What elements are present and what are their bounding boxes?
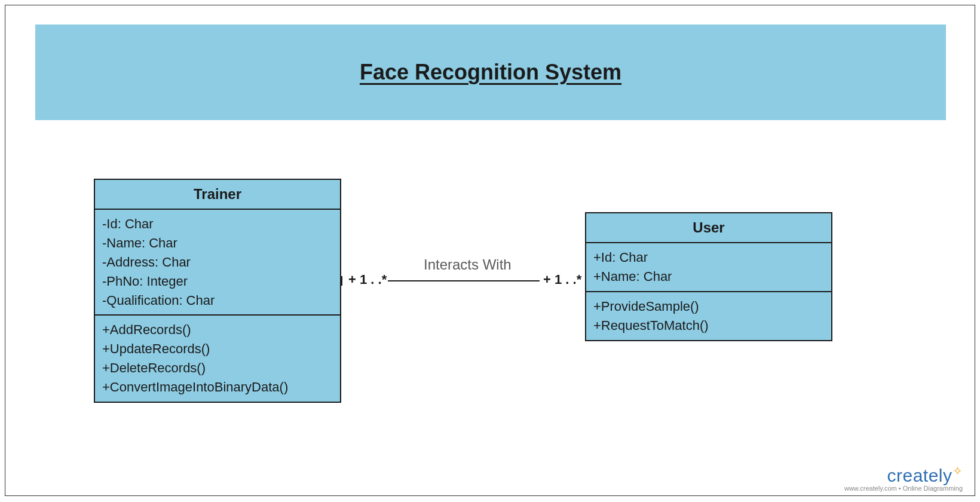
attr-row: +Name: Char xyxy=(593,267,824,286)
attr-row: -Address: Char xyxy=(102,253,333,272)
title-banner: Face Recognition System xyxy=(35,25,946,120)
class-trainer: Trainer -Id: Char -Name: Char -Address: … xyxy=(94,179,341,403)
attr-row: -Name: Char xyxy=(102,234,333,253)
method-row: +ConvertImageIntoBinaryData() xyxy=(102,378,333,397)
method-row: +ProvideSample() xyxy=(593,297,824,316)
class-user-methods: +ProvideSample() +RequestToMatch() xyxy=(586,291,831,340)
attr-row: +Id: Char xyxy=(593,248,824,267)
attr-row: -Qualification: Char xyxy=(102,291,333,310)
class-user-name: User xyxy=(586,213,831,243)
method-row: +UpdateRecords() xyxy=(102,339,333,359)
method-row: +AddRecords() xyxy=(102,320,333,339)
watermark-brand: creately✧ xyxy=(844,464,963,486)
connector-end-right xyxy=(585,276,586,286)
watermark: creately✧ www.creately.com • Online Diag… xyxy=(844,464,963,492)
diagram-title: Face Recognition System xyxy=(360,60,621,85)
class-user-attributes: +Id: Char +Name: Char xyxy=(586,243,831,291)
association-line xyxy=(388,280,540,281)
class-trainer-name: Trainer xyxy=(95,180,340,210)
class-trainer-methods: +AddRecords() +UpdateRecords() +DeleteRe… xyxy=(95,314,340,402)
connector-end-left xyxy=(341,276,342,286)
watermark-brand-text: creately xyxy=(887,466,952,485)
attr-row: -Id: Char xyxy=(102,215,333,234)
method-row: +DeleteRecords() xyxy=(102,359,333,378)
attr-row: -PhNo: Integer xyxy=(102,272,333,291)
multiplicity-right: + 1 . .* xyxy=(543,272,581,287)
association-label: Interacts With xyxy=(424,256,512,273)
class-user: User +Id: Char +Name: Char +ProvideSampl… xyxy=(585,212,832,341)
method-row: +RequestToMatch() xyxy=(593,316,824,335)
class-trainer-attributes: -Id: Char -Name: Char -Address: Char -Ph… xyxy=(95,210,340,314)
bulb-icon: ✧ xyxy=(953,464,963,477)
watermark-sub: www.creately.com • Online Diagramming xyxy=(844,485,963,492)
diagram-frame: Face Recognition System Trainer -Id: Cha… xyxy=(5,5,975,496)
multiplicity-left: + 1 . .* xyxy=(348,272,387,287)
